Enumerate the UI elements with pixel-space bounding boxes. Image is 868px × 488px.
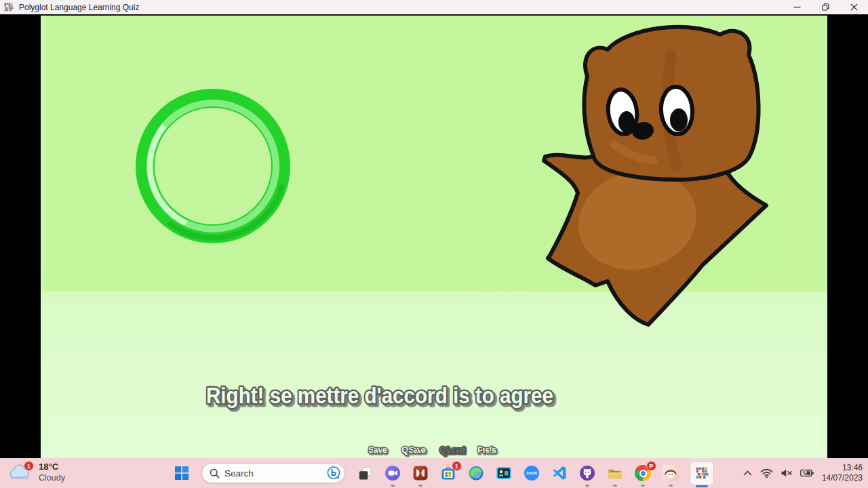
active-window-indicator: [696, 485, 708, 487]
video-chat-icon: [384, 465, 401, 481]
search-icon: [210, 468, 220, 479]
search-input[interactable]: [224, 468, 321, 479]
weather-condition: Cloudy: [39, 472, 65, 484]
running-indicator: [669, 485, 673, 487]
windows-icon: [174, 466, 189, 481]
media-app-icon: [496, 465, 512, 481]
wifi-icon: [760, 468, 773, 479]
menu-qsave-button[interactable]: Q.Save: [401, 445, 426, 455]
anime-app-icon: [663, 465, 679, 481]
running-indicator: [641, 485, 645, 487]
tray-expand-button[interactable]: [743, 469, 753, 477]
taskbar: 1 18°C Cloudy: [0, 458, 868, 488]
battery-button[interactable]: [800, 468, 814, 479]
close-icon: [850, 3, 858, 11]
game-viewport[interactable]: Right! se mettre d'accord is to agree Ri…: [41, 16, 827, 458]
letterbox-area: Right! se mettre d'accord is to agree Ri…: [0, 16, 868, 458]
anime-app-button[interactable]: [663, 465, 679, 481]
restore-button[interactable]: [811, 0, 840, 14]
svg-text:zoom: zoom: [526, 470, 538, 475]
chevron-up-icon: [743, 469, 753, 477]
task-view-icon: [357, 466, 373, 481]
clock-date: 14/07/2023: [822, 473, 863, 483]
scene-layer: [41, 16, 827, 458]
minimize-icon: [793, 3, 801, 11]
weather-badge: 1: [24, 461, 34, 471]
system-tray: 13:46 14/07/2023: [743, 458, 863, 488]
menu-save-button[interactable]: Save: [368, 445, 387, 455]
zoom-app-button[interactable]: zoom: [524, 465, 540, 481]
task-view-button[interactable]: [357, 465, 373, 481]
weather-temperature: 18°C: [39, 461, 65, 472]
clock[interactable]: 13:46 14/07/2023: [822, 463, 863, 483]
game-menu: Save Q.Save Q.Load Prefs Save Q.Save Q.L…: [41, 434, 827, 458]
folder-icon: [607, 465, 623, 481]
beaver-character: [544, 27, 766, 325]
github-app-button[interactable]: [579, 465, 595, 481]
running-indicator: [418, 485, 422, 487]
weather-widget[interactable]: 1 18°C Cloudy: [8, 461, 65, 484]
video-chat-app-button[interactable]: [384, 465, 401, 481]
close-button[interactable]: [840, 0, 868, 14]
edge-app-button[interactable]: [468, 465, 484, 481]
volume-button[interactable]: [781, 468, 793, 479]
battery-charging-icon: [800, 468, 814, 479]
title-bar: Polyglot Language Learning Quiz: [0, 0, 868, 15]
bing-chat-icon[interactable]: [326, 466, 341, 481]
search-box[interactable]: [201, 463, 345, 483]
microsoft-store-app-button[interactable]: 1: [440, 465, 456, 481]
running-indicator: [391, 485, 395, 487]
app-icon: [4, 3, 14, 12]
menu-prefs-button[interactable]: Prefs: [477, 445, 496, 455]
edge-icon: [468, 465, 484, 481]
menu-qload-button[interactable]: Q.Load: [439, 445, 465, 455]
polyglot-quiz-icon: [696, 467, 709, 480]
file-explorer-app-button[interactable]: [607, 465, 623, 481]
green-ring: [125, 78, 301, 254]
dolby-app-button[interactable]: [412, 465, 429, 481]
clock-time: 13:46: [822, 463, 863, 473]
restore-icon: [822, 3, 829, 11]
dolby-icon: [412, 465, 429, 481]
chrome-app-button[interactable]: P: [635, 465, 651, 481]
volume-muted-icon: [781, 468, 793, 479]
start-button[interactable]: [174, 465, 190, 481]
wifi-button[interactable]: [760, 468, 773, 479]
taskbar-dock: 1 zoom: [174, 462, 713, 485]
store-badge: 1: [452, 461, 462, 471]
window-title: Polyglot Language Learning Quiz: [19, 3, 139, 12]
github-icon: [579, 465, 595, 481]
vscode-app-button[interactable]: [551, 465, 568, 481]
window-controls: [783, 0, 868, 14]
media-app-button[interactable]: [496, 465, 512, 481]
minimize-button[interactable]: [783, 0, 811, 14]
zoom-icon: zoom: [524, 465, 540, 481]
chrome-profile-badge: P: [646, 461, 656, 471]
running-indicator: [613, 485, 617, 487]
polyglot-quiz-app-button[interactable]: [690, 462, 713, 485]
vscode-icon: [551, 465, 568, 481]
running-indicator: [585, 485, 589, 487]
